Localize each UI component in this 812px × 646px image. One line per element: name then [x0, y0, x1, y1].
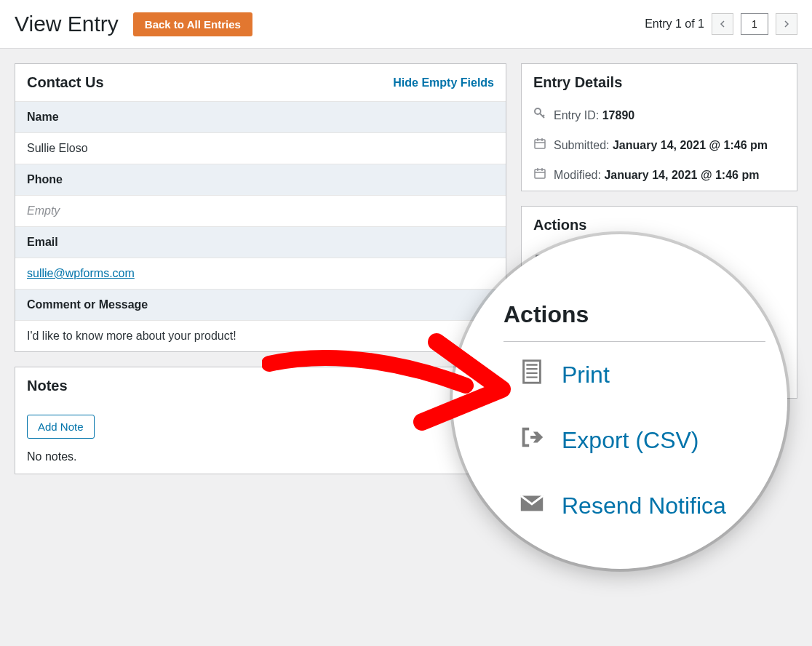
field-value: sullie@wpforms.com: [15, 258, 506, 289]
detail-entry-id: Entry ID: 17890: [522, 101, 797, 131]
action-export[interactable]: Export (CSV): [522, 282, 797, 321]
svg-rect-6: [521, 496, 543, 511]
left-column: Contact Us Hide Empty Fields Name Sullie…: [15, 63, 506, 474]
email-link[interactable]: sullie@wpforms.com: [27, 267, 135, 279]
next-entry-button[interactable]: [776, 13, 797, 35]
action-resend[interactable]: Resend Notifications: [522, 321, 797, 359]
field-label: Phone: [15, 164, 506, 195]
right-column: Entry Details Entry ID: 17890 Submitted:…: [521, 63, 797, 474]
actions-panel: Actions Print Export (CSV) Resend Notifi…: [521, 206, 797, 399]
mail-icon: [533, 331, 549, 349]
back-to-entries-button[interactable]: Back to All Entries: [133, 12, 252, 36]
form-panel-heading: Contact Us Hide Empty Fields: [15, 64, 506, 101]
detail-modified: Modified: January 14, 2021 @ 1:46 pm: [522, 161, 797, 191]
field-label: Name: [15, 101, 506, 132]
svg-rect-2: [535, 170, 545, 178]
field-label: Comment or Message: [15, 289, 506, 320]
zoom-resend-link: Resend Notifica: [562, 493, 726, 519]
chevron-left-icon: [719, 20, 726, 28]
action-link[interactable]: Export (CSV): [558, 295, 631, 309]
notes-title: Notes: [27, 378, 68, 394]
action-star[interactable]: Star: [522, 359, 797, 398]
actions-title: Actions: [533, 217, 586, 234]
svg-rect-3: [536, 255, 545, 267]
mail-icon: [518, 489, 547, 522]
document-icon: [533, 254, 549, 272]
field-value: Sullie Eloso: [15, 132, 506, 164]
field-value: I'd like to know more about your product…: [15, 320, 506, 351]
export-icon: [533, 292, 549, 311]
calendar-icon: [533, 137, 546, 155]
action-link[interactable]: Star: [558, 372, 581, 386]
details-title: Entry Details: [533, 74, 622, 91]
prev-entry-button[interactable]: [712, 13, 733, 35]
form-entry-panel: Contact Us Hide Empty Fields Name Sullie…: [15, 63, 506, 352]
star-icon: [533, 370, 549, 388]
chevron-right-icon: [783, 20, 790, 28]
page-header: View Entry Back to All Entries Entry 1 o…: [0, 0, 812, 49]
detail-text: Modified: January 14, 2021 @ 1:46 pm: [554, 167, 759, 184]
notes-body: Add Note No notes.: [15, 404, 506, 474]
action-print[interactable]: Print: [522, 244, 797, 282]
hide-empty-fields-link[interactable]: Hide Empty Fields: [393, 76, 494, 89]
action-link[interactable]: Resend Notifications: [558, 333, 672, 348]
entry-page-input[interactable]: [741, 13, 768, 35]
key-icon: [533, 107, 546, 125]
zoom-star-partial: [453, 546, 787, 563]
content-area: Contact Us Hide Empty Fields Name Sullie…: [0, 49, 812, 489]
header-left: View Entry Back to All Entries: [15, 12, 252, 36]
calendar-icon: [533, 167, 546, 185]
action-link[interactable]: Print: [558, 256, 584, 271]
actions-heading: Actions: [522, 207, 797, 244]
details-heading: Entry Details: [522, 64, 797, 101]
notes-panel: Notes Add Note No notes.: [15, 367, 506, 474]
detail-text: Submitted: January 14, 2021 @ 1:46 pm: [554, 137, 768, 154]
notes-heading: Notes: [15, 367, 506, 404]
add-note-button[interactable]: Add Note: [27, 415, 95, 439]
star-icon: [518, 546, 536, 563]
detail-submitted: Submitted: January 14, 2021 @ 1:46 pm: [522, 131, 797, 161]
form-title: Contact Us: [27, 74, 104, 91]
page-title: View Entry: [15, 12, 119, 36]
no-notes-text: No notes.: [27, 450, 494, 463]
field-value-empty: Empty: [15, 195, 506, 226]
svg-rect-1: [535, 140, 545, 148]
entry-position-text: Entry 1 of 1: [645, 17, 704, 31]
field-label: Email: [15, 226, 506, 258]
detail-text: Entry ID: 17890: [554, 107, 634, 124]
entry-details-panel: Entry Details Entry ID: 17890 Submitted:…: [521, 63, 797, 191]
svg-point-0: [535, 108, 541, 114]
header-right: Entry 1 of 1: [645, 13, 797, 35]
